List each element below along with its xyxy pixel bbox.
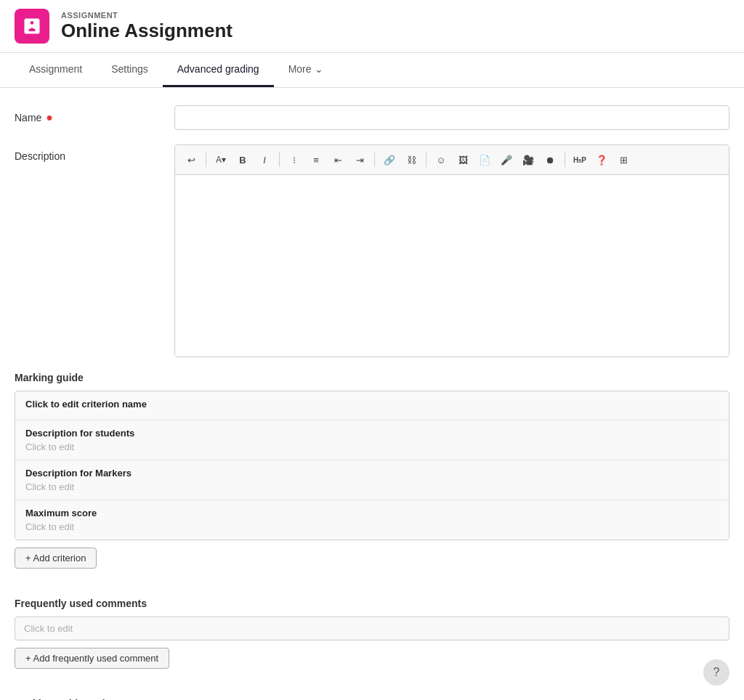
tab-more[interactable]: More ⌄ (274, 53, 338, 87)
chevron-down-icon: ⌄ (315, 63, 323, 75)
tab-advanced-grading[interactable]: Advanced grading (163, 53, 274, 87)
toolbar-sep-5 (565, 152, 565, 167)
description-editor[interactable] (175, 175, 729, 357)
marking-guide-title: Marking guide (15, 372, 729, 383)
toolbar-font-button[interactable]: A▾ (211, 150, 231, 170)
toolbar-emoji-button[interactable]: ☺ (431, 150, 451, 170)
frequently-used-section: Frequently used comments Click to edit +… (15, 598, 729, 683)
toolbar-video-button[interactable]: 🎥 (518, 150, 538, 170)
frequently-used-input[interactable]: Click to edit (15, 616, 729, 640)
tab-settings[interactable]: Settings (97, 53, 163, 87)
toolbar-undo-button[interactable]: ↩ (181, 150, 201, 170)
toolbar-audio-button[interactable]: 🎤 (496, 150, 517, 170)
logo-icon (15, 9, 49, 44)
header-text-group: ASSIGNMENT Online Assignment (61, 11, 232, 42)
toolbar-image-button[interactable]: 🖼 (453, 150, 473, 170)
assignment-svg-icon (22, 16, 42, 36)
criterion-marker-desc-label: Description for Markers (25, 468, 719, 479)
toolbar-numbered-button[interactable]: ≡ (306, 150, 326, 170)
name-control-wrap (174, 105, 729, 130)
help-floating-button[interactable]: ? (703, 659, 729, 685)
nav-tabs: Assignment Settings Advanced grading Mor… (0, 53, 744, 88)
criterion-student-desc-row: Description for students Click to edit (15, 420, 729, 460)
toolbar-unlink-button[interactable]: ⛓ (401, 150, 421, 170)
add-frequently-used-comment-button[interactable]: + Add frequently used comment (15, 648, 169, 669)
assignment-label: ASSIGNMENT (61, 11, 232, 20)
name-form-row: Name ● (15, 105, 729, 130)
description-control-wrap: ↩ A▾ B I ⁝ ≡ ⇤ ⇥ 🔗 ⛓ ☺ 🖼 📄 (174, 145, 729, 357)
toolbar-record-button[interactable]: ⏺ (540, 150, 560, 170)
toolbar-sep-4 (426, 152, 426, 167)
toolbar-italic-button[interactable]: I (254, 150, 275, 170)
guide-table: Click to edit criterion name Description… (15, 391, 729, 540)
toolbar-h5p-button[interactable]: H₅P (570, 150, 590, 170)
toolbar-align-left-button[interactable]: ⇤ (328, 150, 348, 170)
tab-more-label: More (288, 63, 312, 75)
criterion-max-score-edit[interactable]: Click to edit (25, 521, 719, 532)
required-icon: ● (46, 111, 53, 124)
name-label: Name ● (15, 105, 160, 124)
toolbar-bold-button[interactable]: B (232, 150, 253, 170)
editor-toolbar: ↩ A▾ B I ⁝ ≡ ⇤ ⇥ 🔗 ⛓ ☺ 🖼 📄 (175, 145, 729, 175)
criterion-max-score-row: Maximum score Click to edit (15, 500, 729, 540)
editor-container: ↩ A▾ B I ⁝ ≡ ⇤ ⇥ 🔗 ⛓ ☺ 🖼 📄 (174, 145, 729, 357)
toolbar-align-right-button[interactable]: ⇥ (349, 150, 370, 170)
criterion-student-desc-edit[interactable]: Click to edit (25, 441, 719, 452)
toolbar-sep-3 (374, 152, 375, 167)
name-input[interactable] (174, 105, 729, 130)
criterion-marker-desc-row: Description for Markers Click to edit (15, 460, 729, 500)
description-label: Description (15, 145, 160, 162)
toolbar-apps-button[interactable]: ⊞ (613, 150, 634, 170)
criterion-max-score-label: Maximum score (25, 508, 719, 518)
frequently-used-placeholder: Click to edit (24, 623, 73, 634)
toolbar-help-button[interactable]: ❓ (591, 150, 612, 170)
criterion-name-row[interactable]: Click to edit criterion name (15, 391, 729, 420)
toolbar-file-button[interactable]: 📄 (474, 150, 495, 170)
toolbar-sep-1 (206, 152, 206, 167)
toolbar-link-button[interactable]: 🔗 (379, 150, 400, 170)
main-content: Name ● Description ↩ A▾ B I ⁝ ≡ ⇤ (0, 88, 744, 700)
criterion-student-desc-label: Description for students (25, 428, 719, 439)
page-title: Online Assignment (61, 20, 232, 42)
add-criterion-button[interactable]: + Add criterion (15, 548, 97, 569)
criterion-name-label: Click to edit criterion name (25, 399, 719, 410)
description-form-row: Description ↩ A▾ B I ⁝ ≡ ⇤ ⇥ 🔗 ⛓ (15, 145, 729, 357)
toolbar-sep-2 (279, 152, 280, 167)
top-header: ASSIGNMENT Online Assignment (0, 0, 744, 53)
tab-assignment[interactable]: Assignment (15, 53, 97, 87)
toolbar-bullet-button[interactable]: ⁝ (284, 150, 304, 170)
marking-guide-section: Marking guide Click to edit criterion na… (15, 372, 729, 583)
criterion-marker-desc-edit[interactable]: Click to edit (25, 481, 719, 492)
help-icon: ? (713, 666, 720, 679)
frequently-used-title: Frequently used comments (15, 598, 729, 609)
